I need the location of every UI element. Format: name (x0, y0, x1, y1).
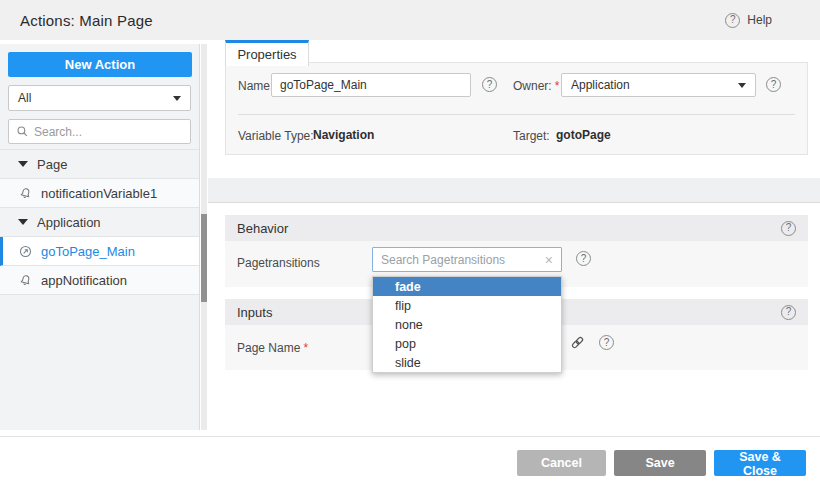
chevron-down-icon (738, 83, 746, 88)
new-action-button[interactable]: New Action (8, 52, 192, 77)
page-name-label: Page Name* (237, 341, 308, 355)
owner-select[interactable]: Application (561, 73, 756, 97)
help-label[interactable]: Help (747, 13, 772, 27)
titlebar: Actions: Main Page ? Help (0, 0, 820, 40)
panel-divider (238, 114, 795, 115)
filter-select-value: All (18, 91, 31, 105)
inputs-help-icon[interactable]: ? (781, 305, 796, 320)
name-field[interactable] (271, 73, 471, 97)
target-value: gotoPage (556, 128, 611, 142)
owner-help-icon[interactable]: ? (766, 77, 781, 92)
tree-group-page[interactable]: Page (0, 150, 199, 179)
bell-icon (19, 274, 32, 287)
help-button[interactable]: ? Help (725, 0, 772, 40)
dropdown-option-pop[interactable]: pop (373, 334, 561, 353)
tree-item-label: goToPage_Main (41, 244, 135, 259)
pagetransitions-help-icon[interactable]: ? (576, 251, 591, 266)
page-name-help-icon[interactable]: ? (599, 335, 614, 350)
actions-tree: Page notificationVariable1 Application (0, 149, 199, 295)
pagetransitions-combobox: × (372, 247, 562, 272)
behavior-section-header: Behavior ? (225, 215, 808, 241)
owner-select-value: Application (571, 78, 630, 92)
dropdown-option-none[interactable]: none (373, 315, 561, 334)
inputs-section-title: Inputs (237, 305, 272, 320)
link-icon[interactable] (570, 335, 585, 354)
tree-item-appnotification[interactable]: appNotification (0, 266, 199, 295)
actions-sidebar: New Action All Page (0, 44, 200, 430)
pagetransitions-dropdown: fade flip none pop slide (372, 276, 562, 373)
actions-editor-window: Actions: Main Page ? Help New Action All… (0, 0, 820, 488)
tree-group-label: Page (37, 157, 67, 172)
tree-item-notificationvariable1[interactable]: notificationVariable1 (0, 179, 199, 208)
tab-strip (208, 178, 820, 203)
help-icon[interactable]: ? (725, 13, 740, 28)
clear-icon[interactable]: × (545, 253, 553, 267)
sidebar-search (8, 119, 191, 144)
collapse-triangle-icon[interactable] (18, 219, 28, 225)
required-marker: * (555, 79, 560, 93)
dropdown-option-slide[interactable]: slide (373, 353, 561, 372)
search-input[interactable] (34, 125, 183, 139)
navigation-icon (19, 245, 32, 258)
scrollbar-thumb[interactable] (201, 214, 207, 302)
tree-item-gotopage-main[interactable]: goToPage_Main (0, 237, 199, 266)
collapse-triangle-icon[interactable] (18, 161, 28, 167)
dropdown-option-flip[interactable]: flip (373, 296, 561, 315)
page-title: Actions: Main Page (20, 12, 153, 29)
filter-select[interactable]: All (8, 85, 191, 111)
name-help-icon[interactable]: ? (482, 77, 497, 92)
required-marker: * (303, 341, 308, 355)
variable-type-value: Navigation (313, 128, 374, 142)
action-detail-panel: Name:* ? Owner:* Application ? Variable … (208, 40, 820, 436)
search-icon (16, 125, 29, 138)
target-label: Target: (513, 129, 550, 143)
behavior-help-icon[interactable]: ? (781, 221, 796, 236)
behavior-section-title: Behavior (237, 221, 288, 236)
variable-type-label: Variable Type: (238, 129, 314, 143)
footer-actions: Cancel Save Save & Close (0, 437, 820, 488)
tree-group-label: Application (37, 215, 101, 230)
cancel-button[interactable]: Cancel (517, 450, 606, 476)
save-and-close-button[interactable]: Save & Close (714, 450, 806, 476)
bell-icon (19, 187, 32, 200)
pagetransitions-search-input[interactable] (381, 253, 545, 267)
tree-item-label: appNotification (41, 273, 127, 288)
pagetransitions-label: Pagetransitions (237, 256, 320, 270)
tab-properties[interactable]: Properties (225, 40, 309, 66)
tree-item-label: notificationVariable1 (41, 186, 157, 201)
chevron-down-icon (173, 96, 181, 101)
tree-group-application[interactable]: Application (0, 208, 199, 237)
save-button[interactable]: Save (614, 450, 706, 476)
dropdown-option-fade[interactable]: fade (373, 277, 561, 296)
owner-label: Owner:* (513, 79, 559, 93)
action-summary-panel: Name:* ? Owner:* Application ? Variable … (225, 62, 808, 155)
